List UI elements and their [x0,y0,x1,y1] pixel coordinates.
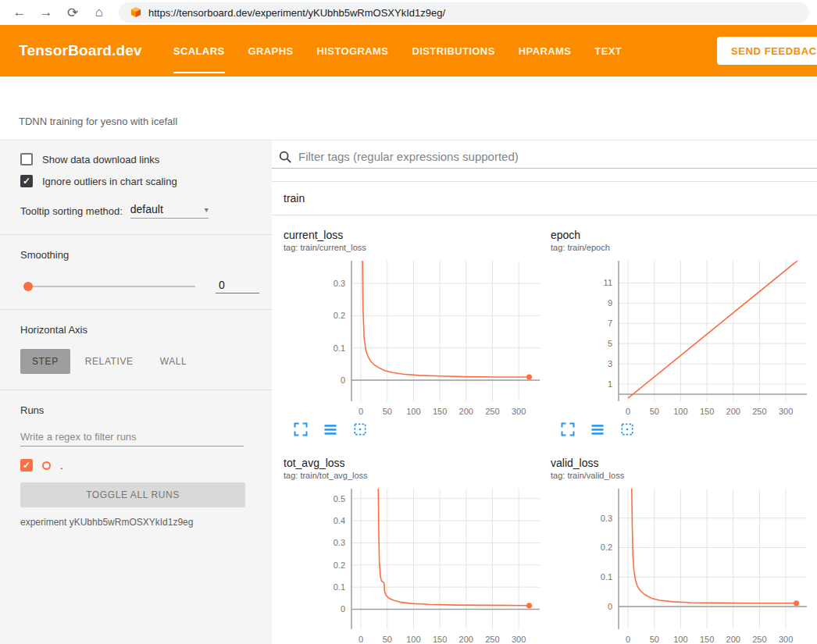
tab-text[interactable]: TEXT [594,25,622,76]
svg-text:0.1: 0.1 [601,572,612,582]
nav-tabs: SCALARS GRAPHS HISTOGRAMS DISTRIBUTIONS … [173,25,622,76]
svg-text:300: 300 [779,407,793,416]
svg-text:9: 9 [608,298,612,308]
tag-group-card: train current_loss tag: train/current_lo… [272,181,817,644]
svg-text:250: 250 [485,407,499,416]
svg-text:0: 0 [341,375,345,385]
smoothing-section: Smoothing 0 [0,235,272,310]
back-icon[interactable]: ← [8,2,31,23]
experiment-title: TDNN training for yesno with icefall [19,116,177,127]
check-icon: ✓ [23,460,30,471]
chart-tag: tag: train/valid_loss [551,470,808,481]
runs-filter-input[interactable] [20,428,244,447]
svg-text:0.1: 0.1 [334,582,345,592]
charts-grid: current_loss tag: train/current_loss 050… [272,215,817,644]
svg-text:0.4: 0.4 [334,516,345,525]
svg-text:50: 50 [383,407,392,416]
experiment-strip: TDNN training for yesno with icefall [0,76,817,141]
show-download-links-checkbox[interactable] [20,153,33,165]
app-header: TensorBoard.dev SCALARS GRAPHS HISTOGRAM… [0,25,817,76]
chart-toolbar [551,422,808,437]
view-data-icon[interactable] [323,422,338,437]
svg-text:0.2: 0.2 [334,560,345,570]
tooltip-sorting-dropdown[interactable]: default ▾ [130,203,209,219]
url-bar[interactable]: https://tensorboard.dev/experiment/yKUbh… [119,2,809,23]
chevron-down-icon: ▾ [205,205,209,214]
ignore-outliers-checkbox[interactable]: ✓ [20,175,33,187]
tag-group-title: train [284,192,305,205]
site-favicon [130,6,142,19]
svg-text:50: 50 [650,635,659,644]
fit-domain-icon[interactable] [619,422,635,437]
view-data-icon[interactable] [590,422,605,437]
line-chart[interactable]: 05010015020025030000.10.20.3 [284,258,541,420]
show-download-links-label: Show data download links [42,154,159,165]
chart-tag: tag: train/current_loss [284,242,541,253]
chart-epoch: epoch tag: train/epoch 05010015020025030… [551,228,808,437]
svg-text:5: 5 [608,339,612,348]
chart-tot-avg-loss: tot_avg_loss tag: train/tot_avg_loss 050… [284,456,541,644]
browser-toolbar: ← → ⟳ ⌂ https://tensorboard.dev/experime… [0,0,817,25]
svg-text:150: 150 [433,407,447,416]
tab-distributions[interactable]: DISTRIBUTIONS [412,25,494,76]
tag-filter-input[interactable] [298,150,817,163]
svg-text:200: 200 [726,407,740,416]
tag-group-header[interactable]: train [272,182,817,215]
show-download-links-row[interactable]: Show data download links [20,153,259,165]
svg-text:150: 150 [700,407,714,416]
svg-text:0.3: 0.3 [601,514,612,523]
tab-hparams[interactable]: HPARAMS [519,25,572,76]
chart-title: tot_avg_loss [284,456,541,470]
svg-text:0.5: 0.5 [334,494,345,503]
tooltip-sorting-label: Tooltip sorting method: [20,205,123,217]
tab-histograms[interactable]: HISTOGRAMS [317,25,389,76]
svg-text:0: 0 [359,407,363,416]
svg-text:100: 100 [406,635,420,644]
svg-text:100: 100 [673,635,687,644]
axis-relative-button[interactable]: RELATIVE [73,349,145,374]
axis-wall-button[interactable]: WALL [148,349,199,374]
tab-graphs[interactable]: GRAPHS [248,25,294,76]
svg-text:0.2: 0.2 [601,543,612,552]
line-chart[interactable]: 0501001502002503001357911 [551,258,808,420]
smoothing-slider[interactable] [23,286,195,287]
experiment-id-label: experiment yKUbhb5wRmOSXYkId1z9eg [20,517,259,528]
run-name: . [60,460,63,471]
reload-icon[interactable]: ⟳ [61,2,84,23]
axis-step-button[interactable]: STEP [20,349,70,374]
svg-text:0: 0 [626,635,630,644]
svg-text:150: 150 [433,635,447,644]
runs-section: Runs ✓ . TOGGLE ALL RUNS experiment yKUb… [0,390,272,543]
ignore-outliers-row[interactable]: ✓ Ignore outliers in chart scaling [20,175,259,187]
smoothing-value[interactable]: 0 [216,279,259,294]
tab-scalars[interactable]: SCALARS [173,25,225,76]
tag-filter-bar [272,145,817,169]
run-checkbox[interactable]: ✓ [20,459,33,471]
horizontal-axis-section: Horizontal Axis STEP RELATIVE WALL [0,310,272,390]
toggle-all-runs-button[interactable]: TOGGLE ALL RUNS [20,482,245,507]
horizontal-axis-label: Horizontal Axis [20,324,87,336]
chart-current-loss: current_loss tag: train/current_loss 050… [284,228,541,437]
browser-window: ← → ⟳ ⌂ https://tensorboard.dev/experime… [0,0,817,644]
svg-text:50: 50 [383,635,392,644]
svg-text:0.3: 0.3 [334,279,345,288]
smoothing-slider-thumb[interactable] [23,282,33,291]
svg-text:0: 0 [341,604,345,614]
svg-text:0.3: 0.3 [334,538,345,547]
line-chart[interactable]: 05010015020025030000.10.20.3 [551,486,808,644]
svg-text:1: 1 [608,379,612,389]
line-chart[interactable]: 05010015020025030000.10.20.30.40.5 [284,486,541,644]
run-list-item[interactable]: ✓ . [20,459,259,471]
scalars-dashboard: train current_loss tag: train/current_lo… [272,141,817,644]
fit-domain-icon[interactable] [352,422,368,437]
runs-label: Runs [20,404,44,416]
forward-icon[interactable]: → [34,2,58,23]
send-feedback-button[interactable]: SEND FEEDBACK [717,37,817,65]
general-settings-section: Show data download links ✓ Ignore outlie… [0,141,272,235]
home-icon[interactable]: ⌂ [87,2,111,23]
expand-chart-icon[interactable] [560,422,576,437]
run-color-swatch [42,461,51,470]
svg-text:0: 0 [626,407,630,416]
ignore-outliers-label: Ignore outliers in chart scaling [42,176,177,187]
expand-chart-icon[interactable] [293,422,309,437]
